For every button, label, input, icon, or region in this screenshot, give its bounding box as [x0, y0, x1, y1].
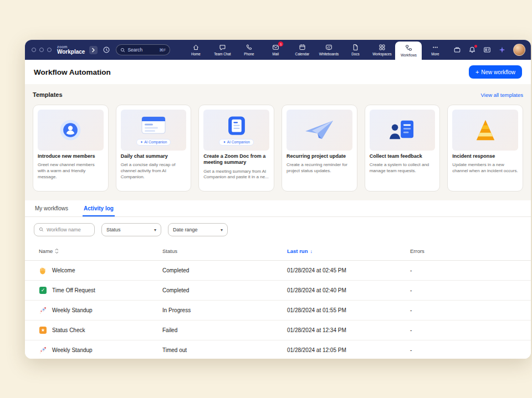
nav-item-workflows[interactable]: Workflows — [395, 42, 422, 60]
table-row-weekly-standup-1[interactable]: Weekly Standup In Progress 01/28/2024 at… — [25, 301, 531, 321]
history-button[interactable] — [103, 46, 110, 54]
nav-label: Workflows — [401, 53, 417, 57]
zoom-workplace-logo: zoom Workplace — [57, 40, 85, 60]
nav-label: Calendar — [295, 52, 310, 56]
nav-label: Mail — [273, 52, 279, 56]
chevron-down-icon — [221, 227, 223, 232]
nav-item-team-chat[interactable]: Team Chat — [209, 40, 236, 60]
nav-item-more[interactable]: More — [422, 40, 448, 60]
logo-workplace-text: Workplace — [57, 49, 85, 55]
column-header-name[interactable]: Name — [39, 248, 162, 254]
chevron-right-icon — [91, 48, 95, 53]
zoom-doc-icon — [225, 115, 248, 137]
table-row-time-off-request[interactable]: Time Off Request Completed 01/28/2024 at… — [25, 281, 531, 301]
rocket-icon — [39, 346, 47, 354]
nav-item-docs[interactable]: Docs — [342, 40, 369, 60]
nav-item-mail[interactable]: 1 Mail — [262, 40, 289, 60]
table-row-welcome[interactable]: Welcome Completed 01/28/2024 at 02:45 PM… — [25, 261, 531, 281]
template-card-daily-chat-summary[interactable]: AI Companion Daily chat summary Get a co… — [116, 105, 192, 192]
nav-label: Whiteboards — [319, 52, 339, 56]
sparkle-icon — [140, 140, 143, 144]
template-card-incident-response[interactable]: Incident response Update members in a ne… — [447, 105, 523, 192]
template-card-title: Create a Zoom Doc from a meeting summary — [203, 153, 269, 166]
table-row-weekly-standup-2[interactable]: Weekly Standup Timed out 01/28/2024 at 1… — [25, 340, 531, 359]
user-avatar[interactable] — [513, 44, 525, 56]
notification-dot — [474, 45, 477, 48]
nav-item-workspaces[interactable]: Workspaces — [369, 40, 395, 60]
wave-icon — [39, 266, 47, 275]
template-card-description: Create a system to collect and manage te… — [370, 162, 436, 180]
page-header: Workflow Automation New workflow — [25, 60, 531, 84]
star-square-icon — [39, 326, 47, 334]
template-card-image — [452, 110, 518, 151]
template-cards: Introduce new members Greet new channel … — [33, 105, 523, 192]
plus-icon — [475, 69, 479, 75]
workflow-errors: - — [410, 347, 522, 353]
workflow-last-run: 01/28/2024 at 12:05 PM — [287, 347, 410, 353]
home-icon — [192, 44, 200, 51]
whiteboard-icon — [325, 44, 332, 51]
nav-item-whiteboards[interactable]: Whiteboards — [315, 40, 342, 60]
docs-icon — [352, 44, 359, 51]
new-workflow-button[interactable]: New workflow — [469, 65, 522, 79]
briefcase-icon[interactable] — [453, 46, 461, 54]
ai-companion-label: AI Companion — [227, 140, 250, 144]
workflow-errors: - — [410, 307, 522, 313]
workflows-icon — [405, 44, 412, 51]
template-card-introduce-members[interactable]: Introduce new members Greet new channel … — [33, 105, 109, 192]
nav-label: Docs — [351, 52, 359, 56]
ai-companion-icon[interactable] — [498, 46, 506, 54]
template-card-image: AI Companion — [121, 110, 187, 151]
window-controls — [32, 40, 52, 60]
workflow-name: Welcome — [52, 267, 75, 273]
column-header-last-run[interactable]: Last run — [287, 248, 410, 254]
view-all-templates-link[interactable]: View all templates — [481, 92, 523, 98]
mail-unread-badge: 1 — [278, 41, 284, 47]
table-header: Name Status Last run Errors — [25, 242, 531, 261]
maximize-window-button[interactable] — [47, 48, 52, 52]
chat-window-icon — [139, 115, 168, 137]
status-filter-dropdown[interactable]: Status — [101, 223, 161, 236]
tab-my-workflows[interactable]: My workflows — [34, 200, 69, 216]
template-card-description: Greet new channel members with a warm an… — [38, 162, 104, 180]
tab-activity-log[interactable]: Activity log — [83, 200, 115, 216]
nav-item-calendar[interactable]: Calendar — [289, 40, 315, 60]
workflow-name-input[interactable] — [47, 227, 90, 232]
template-card-description: Get a meeting summary from AI Companion … — [203, 169, 269, 187]
zoom-workplace-window: zoom Workplace Search ⌘F Home Team Chat — [25, 40, 531, 359]
workflow-status: Failed — [162, 327, 287, 333]
nav-item-phone[interactable]: Phone — [236, 40, 262, 60]
templates-section: Templates View all templates Introduce n… — [25, 84, 531, 200]
date-range-filter-dropdown[interactable]: Date range — [168, 223, 228, 236]
nav-label: Phone — [244, 52, 254, 56]
sidebar-expand-button[interactable] — [89, 46, 98, 54]
check-square-icon — [39, 286, 47, 294]
workflow-errors: - — [410, 287, 522, 293]
template-card-image — [287, 110, 352, 151]
workflow-status: In Progress — [162, 307, 287, 313]
global-search-input[interactable]: Search ⌘F — [116, 44, 170, 55]
template-card-collect-feedback[interactable]: Collect team feedback Create a system to… — [365, 105, 441, 192]
table-row-status-check[interactable]: Status Check Failed 01/28/2024 at 12:34 … — [25, 321, 531, 340]
ai-companion-badge: AI Companion — [136, 139, 171, 146]
workflow-last-run: 01/28/2024 at 01:55 PM — [287, 307, 410, 313]
workflow-last-run: 01/28/2024 at 02:40 PM — [287, 287, 410, 293]
notifications-bell-icon[interactable] — [468, 46, 476, 54]
contact-card-icon[interactable] — [483, 46, 491, 54]
history-icon — [103, 46, 110, 54]
calendar-icon — [299, 44, 306, 51]
template-card-image — [38, 110, 104, 151]
template-card-recurring-update[interactable]: Recurring project update Create a recurr… — [282, 105, 357, 192]
workflow-name: Time Off Request — [52, 287, 95, 293]
sparkle-icon — [223, 140, 226, 144]
nav-label: Home — [191, 52, 201, 56]
template-card-title: Recurring project update — [287, 153, 352, 159]
close-window-button[interactable] — [32, 48, 36, 52]
nav-item-home[interactable]: Home — [182, 40, 209, 60]
minimize-window-button[interactable] — [39, 48, 44, 52]
template-card-title: Introduce new members — [38, 153, 104, 159]
chevron-down-icon — [154, 227, 156, 232]
feedback-doc-icon — [388, 118, 416, 142]
template-card-zoom-doc[interactable]: AI Companion Create a Zoom Doc from a me… — [198, 105, 274, 192]
workflow-name-search[interactable] — [34, 223, 95, 236]
